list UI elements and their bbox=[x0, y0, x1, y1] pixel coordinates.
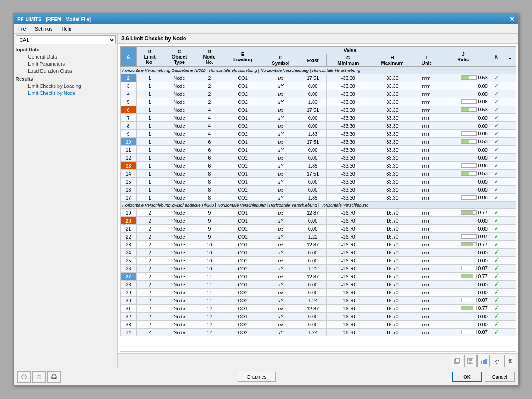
toolbar-btn-3[interactable] bbox=[477, 355, 490, 367]
cell-l bbox=[504, 98, 516, 106]
cell-rownum: 25 bbox=[121, 257, 137, 265]
sidebar-item-limit-parameters[interactable]: Limit Parameters bbox=[16, 60, 116, 67]
cell-symbol: uY bbox=[262, 194, 299, 202]
cell-ratio: 0.00 bbox=[438, 313, 489, 321]
footer-btn-save[interactable] bbox=[32, 371, 46, 383]
cell-check: ✓ bbox=[489, 186, 504, 194]
close-button[interactable]: ✕ bbox=[509, 16, 515, 23]
sidebar-item-general-data[interactable]: General Data bbox=[16, 53, 116, 60]
cell-rownum: 12 bbox=[121, 154, 137, 162]
cell-l bbox=[504, 257, 516, 265]
sidebar-item-limit-checks-loading[interactable]: Limit Checks by Loading bbox=[16, 82, 116, 90]
sidebar-item-limit-checks-node[interactable]: Limit Checks by Node bbox=[16, 90, 116, 97]
table-container[interactable]: A BLimitNo. CObjectType DNodeNo. ELoadin… bbox=[120, 46, 516, 352]
cell-ratio: 0.00 bbox=[438, 225, 489, 233]
cell-ratio: 0.07 bbox=[438, 233, 489, 241]
cell-ratio: 0.00 bbox=[438, 249, 489, 257]
cell-ratio: 0.77 bbox=[438, 273, 489, 281]
cell-max: 16.70 bbox=[370, 257, 415, 265]
cell-node: 8 bbox=[196, 178, 223, 186]
cell-exist: 0.00 bbox=[299, 225, 326, 233]
cell-max: 16.70 bbox=[370, 233, 415, 241]
graphics-button[interactable]: Graphics bbox=[238, 372, 276, 382]
cell-unit: mm bbox=[415, 98, 438, 106]
cell-loading: CO1 bbox=[223, 170, 262, 178]
cell-rownum: 19 bbox=[121, 209, 137, 217]
cell-ratio: 0.00 bbox=[438, 122, 489, 130]
cell-loading: CO1 bbox=[223, 273, 262, 281]
cell-l bbox=[504, 225, 516, 233]
toolbar-btn-4[interactable] bbox=[491, 355, 503, 367]
footer-btn-print[interactable] bbox=[47, 371, 61, 383]
cell-check: ✓ bbox=[489, 209, 504, 217]
menu-help[interactable]: Help bbox=[59, 25, 74, 32]
cell-obj: Node bbox=[163, 257, 196, 265]
sidebar-item-load-duration-class[interactable]: Load Duration Class bbox=[16, 67, 116, 74]
cell-limit: 1 bbox=[137, 138, 163, 146]
toolbar-btn-2[interactable] bbox=[464, 355, 477, 367]
cell-check: ✓ bbox=[489, 90, 504, 98]
cell-max: 16.70 bbox=[370, 217, 415, 225]
cell-obj: Node bbox=[163, 98, 196, 106]
toolbar-btn-1[interactable] bbox=[451, 355, 463, 367]
cell-limit: 1 bbox=[137, 146, 163, 154]
cancel-button[interactable]: Cancel bbox=[485, 372, 515, 382]
cell-obj: Node bbox=[163, 329, 196, 336]
cell-unit: mm bbox=[415, 122, 438, 130]
cell-limit: 1 bbox=[137, 90, 163, 98]
cell-node: 9 bbox=[196, 233, 223, 241]
cell-min: -33.30 bbox=[327, 146, 370, 154]
cell-l bbox=[504, 209, 516, 217]
cell-obj: Node bbox=[163, 305, 196, 313]
cell-unit: mm bbox=[415, 146, 438, 154]
cell-rownum: 8 bbox=[121, 122, 137, 130]
cell-unit: mm bbox=[415, 114, 438, 122]
cell-node: 12 bbox=[196, 321, 223, 329]
cell-unit: mm bbox=[415, 170, 438, 178]
cell-loading: CO1 bbox=[223, 82, 262, 90]
cell-min: -16.70 bbox=[327, 249, 370, 257]
cell-limit: 2 bbox=[137, 297, 163, 305]
cell-loading: CO1 bbox=[223, 241, 262, 249]
col-header-l: L bbox=[504, 47, 516, 67]
cell-rownum: 17 bbox=[121, 194, 137, 202]
window-title: RF-LIMITS - [RFEM - Model File] bbox=[17, 16, 91, 22]
ca-dropdown[interactable]: CA1 bbox=[16, 35, 116, 44]
cell-obj: Node bbox=[163, 138, 196, 146]
cell-symbol: uY bbox=[262, 114, 299, 122]
cell-l bbox=[504, 329, 516, 336]
menu-settings[interactable]: Settings bbox=[32, 25, 55, 32]
cell-l bbox=[504, 170, 516, 178]
ok-button[interactable]: OK bbox=[452, 372, 482, 382]
cell-unit: mm bbox=[415, 225, 438, 233]
cell-limit: 2 bbox=[137, 329, 163, 336]
cell-exist: 1.22 bbox=[299, 233, 326, 241]
content-area: CA1 Input Data General Data Limit Parame… bbox=[14, 34, 518, 368]
cell-limit: 2 bbox=[137, 273, 163, 281]
cell-obj: Node bbox=[163, 154, 196, 162]
cell-max: 33.30 bbox=[370, 90, 415, 98]
cell-rownum: 32 bbox=[121, 313, 137, 321]
cell-unit: mm bbox=[415, 209, 438, 217]
cell-unit: mm bbox=[415, 186, 438, 194]
cell-symbol: uY bbox=[262, 98, 299, 106]
cell-max: 16.70 bbox=[370, 329, 415, 336]
cell-limit: 2 bbox=[137, 265, 163, 273]
menu-file[interactable]: File bbox=[16, 25, 29, 32]
cell-obj: Node bbox=[163, 90, 196, 98]
cell-check: ✓ bbox=[489, 289, 504, 297]
cell-limit: 1 bbox=[137, 154, 163, 162]
cell-rownum: 30 bbox=[121, 297, 137, 305]
cell-max: 16.70 bbox=[370, 249, 415, 257]
cell-min: -16.70 bbox=[327, 217, 370, 225]
cell-obj: Node bbox=[163, 217, 196, 225]
cell-unit: mm bbox=[415, 162, 438, 170]
cell-check: ✓ bbox=[489, 82, 504, 90]
cell-exist: 12.87 bbox=[299, 305, 326, 313]
cell-min: -33.30 bbox=[327, 98, 370, 106]
cell-exist: 0.00 bbox=[299, 114, 326, 122]
cell-max: 16.70 bbox=[370, 305, 415, 313]
toolbar-btn-5[interactable] bbox=[504, 355, 516, 367]
footer-btn-help[interactable]: ? bbox=[17, 371, 31, 383]
cell-l bbox=[504, 194, 516, 202]
